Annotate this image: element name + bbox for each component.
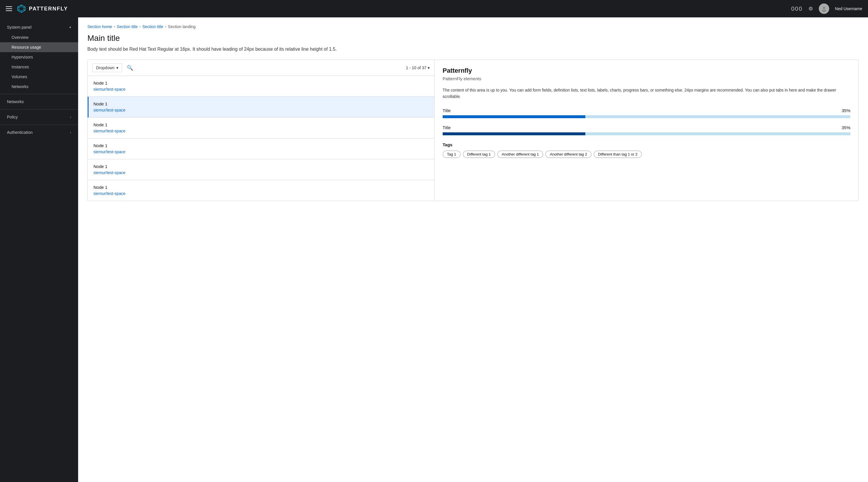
sidebar-group-title-system-panel[interactable]: System panel ▾ (0, 22, 78, 32)
breadcrumb-sep-1: › (114, 25, 115, 29)
svg-point-9 (822, 9, 826, 12)
progress-bar-fill-2 (443, 132, 585, 135)
dropdown-chevron-icon: ▾ (116, 65, 118, 70)
tag-1[interactable]: Tag 1 (443, 151, 461, 158)
sidebar-group-title-networks[interactable]: Networks (0, 96, 78, 107)
svg-marker-1 (19, 6, 24, 11)
hamburger-menu[interactable] (6, 6, 12, 11)
svg-point-8 (823, 7, 825, 9)
tag-2[interactable]: Different tag 1 (463, 151, 495, 158)
list-item-link[interactable]: siemur/test-space (93, 149, 125, 154)
detail-panel: Patternfly PatternFly elements The conte… (435, 60, 859, 201)
list-item-link[interactable]: siemur/test-space (93, 170, 125, 175)
user-name[interactable]: Ned Username (835, 6, 862, 11)
sidebar-item-hypervisors[interactable]: Hypervisors (0, 52, 78, 62)
tags-label: Tags (443, 142, 850, 147)
list-item-title: Node 1 (93, 143, 429, 148)
brand-name: PATTERNFLY (29, 6, 68, 12)
sidebar-group-networks: Networks (0, 96, 78, 107)
app-launcher[interactable]: 000 (791, 5, 802, 12)
progress-label-2: Title (443, 125, 451, 130)
sidebar-group-authentication: Authentication › (0, 127, 78, 138)
sidebar-group-system-panel: System panel ▾ Overview Resource usage H… (0, 22, 78, 91)
detail-title: Patternfly (443, 67, 850, 75)
tags-section: Tags Tag 1 Different tag 1 Another diffe… (443, 142, 850, 158)
list-panel: Dropdown ▾ 🔍 1 - 10 of 37 ▾ Node 1 siemu… (88, 60, 435, 201)
list-item-title: Node 1 (93, 164, 429, 169)
list-item[interactable]: Node 1 siemur/test-space (88, 97, 434, 118)
list-item[interactable]: Node 1 siemur/test-space (88, 138, 434, 159)
progress-bar-bg-2 (443, 132, 850, 135)
breadcrumb-sep-2: › (140, 25, 141, 29)
avatar[interactable] (819, 3, 829, 14)
tag-3[interactable]: Another different tag 1 (497, 151, 543, 158)
tag-4[interactable]: Another different tag 2 (546, 151, 591, 158)
nav-left: PATTERNFLY (6, 4, 68, 13)
sidebar-item-overview[interactable]: Overview (0, 32, 78, 42)
sidebar-divider-2 (0, 109, 78, 110)
detail-subtitle: PatternFly elements (443, 76, 850, 81)
sidebar-item-resource-usage[interactable]: Resource usage (0, 42, 78, 52)
progress-percent-2: 35% (842, 125, 850, 130)
detail-body: The content of this area is up to you. Y… (443, 87, 850, 100)
list-item-link[interactable]: siemur/test-space (93, 87, 125, 91)
progress-block-1: Title 35% (443, 108, 850, 118)
page-body: Body text should be Red Hat Text Regular… (87, 46, 859, 53)
sidebar-item-instances[interactable]: Instances (0, 62, 78, 72)
list-item-link[interactable]: siemur/test-space (93, 108, 125, 112)
split-panel: Dropdown ▾ 🔍 1 - 10 of 37 ▾ Node 1 siemu… (87, 60, 859, 201)
sidebar-group-title-policy[interactable]: Policy › (0, 112, 78, 122)
dropdown-label: Dropdown (96, 65, 115, 70)
progress-bar-bg-1 (443, 115, 850, 118)
list-item-title: Node 1 (93, 102, 429, 106)
progress-header-1: Title 35% (443, 108, 850, 113)
list-item[interactable]: Node 1 siemur/test-space (88, 76, 434, 97)
list-item-title: Node 1 (93, 81, 429, 85)
nav-right: 000 ⚙ Ned Username (791, 3, 862, 14)
settings-icon[interactable]: ⚙ (808, 5, 813, 12)
list-item[interactable]: Node 1 siemur/test-space (88, 180, 434, 201)
progress-bar-fill-1 (443, 115, 585, 118)
brand: PATTERNFLY (17, 4, 68, 13)
dropdown-button[interactable]: Dropdown ▾ (92, 63, 122, 72)
tags-list: Tag 1 Different tag 1 Another different … (443, 151, 850, 158)
list-toolbar: Dropdown ▾ 🔍 1 - 10 of 37 ▾ (88, 60, 434, 76)
pagination-control[interactable]: 1 - 10 of 37 ▾ (406, 65, 430, 70)
list-item-link[interactable]: siemur/test-space (93, 191, 125, 196)
breadcrumb-section-home[interactable]: Section home (87, 24, 112, 29)
breadcrumb-section-title-1[interactable]: Section title (117, 24, 138, 29)
pagination-label: 1 - 10 of 37 (406, 65, 427, 70)
main-content: Section home › Section title › Section t… (78, 18, 868, 482)
breadcrumb-sep-3: › (165, 25, 166, 29)
list-item-link[interactable]: siemur/test-space (93, 129, 125, 133)
main-layout: System panel ▾ Overview Resource usage H… (0, 18, 868, 482)
sidebar-group-title-authentication[interactable]: Authentication › (0, 127, 78, 138)
page-title: Main title (87, 34, 859, 43)
sidebar-item-volumes[interactable]: Volumes (0, 72, 78, 82)
chevron-right-icon: › (70, 115, 71, 119)
sidebar-group-policy: Policy › (0, 112, 78, 122)
top-navigation: PATTERNFLY 000 ⚙ Ned Username (0, 0, 868, 18)
progress-block-2: Title 35% (443, 125, 850, 135)
chevron-right-icon-auth: › (70, 131, 71, 134)
sidebar-divider-3 (0, 124, 78, 125)
chevron-down-icon: ▾ (69, 26, 71, 29)
list-item-title: Node 1 (93, 185, 429, 190)
breadcrumb-section-title-2[interactable]: Section title (142, 24, 163, 29)
content-area: Section home › Section title › Section t… (78, 18, 868, 482)
sidebar-divider-1 (0, 94, 78, 94)
progress-header-2: Title 35% (443, 125, 850, 130)
list-item-title: Node 1 (93, 122, 429, 127)
search-icon[interactable]: 🔍 (127, 65, 133, 71)
progress-label-1: Title (443, 108, 451, 113)
tag-5[interactable]: Different than tag 1 or 2 (594, 151, 642, 158)
list-items: Node 1 siemur/test-space Node 1 siemur/t… (88, 76, 434, 201)
progress-percent-1: 35% (842, 108, 850, 113)
list-item[interactable]: Node 1 siemur/test-space (88, 159, 434, 180)
brand-logo (17, 4, 26, 13)
list-item[interactable]: Node 1 siemur/test-space (88, 118, 434, 138)
breadcrumb-section-landing: Section landing (168, 24, 195, 29)
pagination-chevron-icon: ▾ (428, 65, 430, 70)
sidebar: System panel ▾ Overview Resource usage H… (0, 18, 78, 482)
sidebar-item-networks-sub[interactable]: Networks (0, 82, 78, 91)
